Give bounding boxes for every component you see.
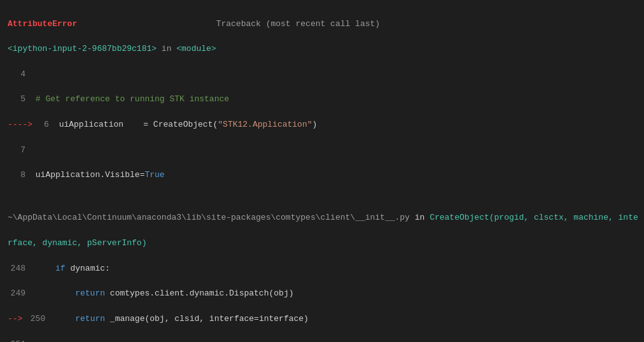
line-8: 8 uiApplication.Visible=True xyxy=(8,169,636,182)
keyword-return-249: return xyxy=(75,289,105,298)
sep-1 xyxy=(8,194,636,199)
keyword-true-8: True xyxy=(144,170,164,180)
arrow-250: --> xyxy=(8,314,22,324)
error-title-line: AttributeError Traceback (most recent ca… xyxy=(8,18,636,31)
line-4: 4 xyxy=(8,68,636,81)
line-248: 248 if dynamic: xyxy=(8,262,636,275)
line-num-249: 249 xyxy=(8,287,25,300)
line-num-7: 7 xyxy=(8,144,25,157)
input-ref: <ipython-input-2-9687bb29c181> xyxy=(8,44,157,53)
input-ref-line: <ipython-input-2-9687bb29c181> in <modul… xyxy=(8,43,636,55)
line-num-250: 250 xyxy=(27,313,45,325)
func-createobject-cont: rface, dynamic, pServerInfo) xyxy=(8,238,146,248)
error-type: AttributeError xyxy=(8,19,77,29)
arrow-6: ----> xyxy=(8,120,32,129)
line-num-8: 8 xyxy=(8,169,25,182)
line-num-6: 6 xyxy=(38,118,49,131)
path-1: ~\AppData\Local\Continuum\anaconda3\lib\… xyxy=(8,213,410,222)
line-num-248: 248 xyxy=(8,262,25,275)
comment-5: # Get reference to running STK instance xyxy=(36,94,229,104)
traceback-label: Traceback (most recent call last) xyxy=(77,19,380,29)
traceback-output: AttributeError Traceback (most recent ca… xyxy=(0,5,644,342)
line-num-4: 4 xyxy=(8,68,25,81)
line-249: 249 return comtypes.client.dynamic.Dispa… xyxy=(8,287,636,300)
line-251: 251 xyxy=(8,338,636,342)
func-createobject: CreateObject(progid, clsctx, machine, in… xyxy=(430,213,638,222)
line-250-arrow: --> 250 return _manage(obj, clsid, inter… xyxy=(8,313,636,325)
line-7: 7 xyxy=(8,144,636,157)
keyword-return-250: return xyxy=(75,314,105,324)
module-ref: <module> xyxy=(176,44,216,53)
line-num-251: 251 xyxy=(8,338,25,342)
keyword-if-248: if xyxy=(55,264,66,273)
line-num-5: 5 xyxy=(8,93,25,106)
path-line-1: ~\AppData\Local\Continuum\anaconda3\lib\… xyxy=(8,211,636,224)
line-6-arrow: ----> 6 uiApplication = CreateObject("ST… xyxy=(8,118,636,131)
path-line-1-cont: rface, dynamic, pServerInfo) xyxy=(8,237,636,250)
line-5: 5 # Get reference to running STK instanc… xyxy=(8,93,636,106)
in-module: in xyxy=(157,44,176,53)
string-stk12: "STK12.Application" xyxy=(218,120,312,129)
